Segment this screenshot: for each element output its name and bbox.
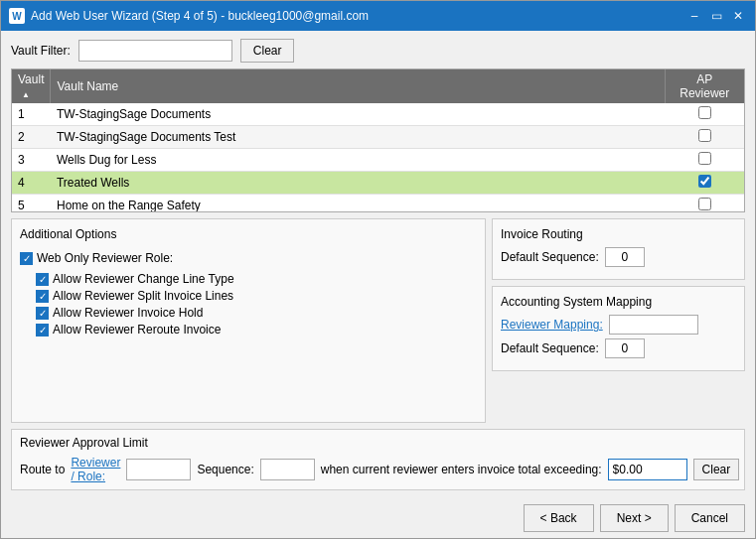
title-bar: W Add Web User Wizard (Step 4 of 5) - bu… [1, 1, 755, 31]
approval-row: Route to Reviewer / Role: Sequence: when… [20, 456, 736, 483]
next-button[interactable]: Next > [600, 504, 669, 532]
table-cell-num: 5 [12, 195, 51, 213]
bottom-area: Additional Options ✓ Web Only Reviewer R… [11, 218, 745, 423]
vault-filter-clear-button[interactable]: Clear [240, 39, 295, 63]
ap-reviewer-checkbox[interactable] [698, 106, 711, 119]
route-to-label: Route to [20, 463, 65, 476]
accounting-default-sequence-input[interactable] [605, 338, 645, 358]
sequence-input[interactable] [260, 459, 315, 480]
table-cell-ap [665, 195, 744, 213]
amount-input[interactable] [608, 459, 687, 480]
option-label: Allow Reviewer Split Invoice Lines [53, 289, 233, 303]
option-row: ✓Allow Reviewer Split Invoice Lines [20, 289, 477, 303]
web-only-reviewer-row: ✓ Web Only Reviewer Role: [20, 251, 477, 265]
ap-reviewer-checkbox[interactable] [698, 129, 711, 142]
maximize-button[interactable]: ▭ [707, 7, 725, 25]
vault-table-container: Vault ▲ Vault Name AP Reviewer 1TW-Stagi… [11, 68, 745, 212]
table-cell-num: 4 [12, 172, 51, 195]
table-cell-ap [665, 172, 744, 195]
option-label: Allow Reviewer Invoice Hold [53, 306, 203, 320]
table-row[interactable]: 3Wells Dug for Less [12, 149, 744, 172]
table-cell-ap [665, 103, 744, 126]
reviewer-approval-limit-panel: Reviewer Approval Limit Route to Reviewe… [11, 429, 745, 490]
table-cell-num: 1 [12, 103, 51, 126]
table-cell-name: TW-StagingSage Documents [51, 103, 665, 126]
web-only-reviewer-checkbox[interactable]: ✓ [20, 252, 33, 265]
option-checkbox[interactable]: ✓ [36, 273, 49, 286]
table-row[interactable]: 4Treated Wells [12, 172, 744, 195]
table-cell-num: 3 [12, 149, 51, 172]
footer: < Back Next > Cancel [1, 498, 755, 538]
right-panel: Invoice Routing Default Sequence: Accoun… [492, 218, 745, 423]
ap-reviewer-checkbox[interactable] [698, 152, 711, 165]
vault-table: Vault ▲ Vault Name AP Reviewer 1TW-Stagi… [12, 69, 744, 212]
web-only-reviewer-label: Web Only Reviewer Role: [37, 251, 173, 265]
approval-clear-button[interactable]: Clear [693, 459, 740, 480]
reviewer-mapping-input[interactable] [609, 315, 698, 335]
accounting-system-mapping-title: Accounting System Mapping [501, 295, 736, 309]
table-cell-ap [665, 126, 744, 149]
vault-filter-row: Vault Filter: Clear [11, 39, 745, 63]
when-text: when current reviewer enters invoice tot… [321, 463, 602, 476]
window-title: Add Web User Wizard (Step 4 of 5) - buck… [31, 9, 369, 23]
vault-filter-input[interactable] [78, 40, 232, 62]
app-icon: W [9, 8, 25, 24]
cancel-button[interactable]: Cancel [675, 504, 745, 532]
reviewer-role-input[interactable] [126, 459, 191, 480]
table-cell-name: TW-StagingSage Documents Test [51, 126, 665, 149]
additional-options-title: Additional Options [20, 227, 477, 241]
table-row[interactable]: 1TW-StagingSage Documents [12, 103, 744, 126]
table-cell-name: Treated Wells [51, 172, 665, 195]
option-row: ✓Allow Reviewer Invoice Hold [20, 306, 477, 320]
table-cell-name: Home on the Range Safety [51, 195, 665, 213]
options-list: ✓Allow Reviewer Change Line Type✓Allow R… [20, 272, 477, 339]
reviewer-role-link[interactable]: Reviewer / Role: [71, 456, 120, 483]
main-content: Vault Filter: Clear Vault ▲ Vault Name A… [1, 31, 755, 498]
invoice-routing-panel: Invoice Routing Default Sequence: [492, 218, 745, 280]
reviewer-approval-limit-title: Reviewer Approval Limit [20, 436, 736, 450]
col-header-ap-reviewer: AP Reviewer [665, 69, 744, 103]
main-window: W Add Web User Wizard (Step 4 of 5) - bu… [0, 0, 756, 539]
option-row: ✓Allow Reviewer Change Line Type [20, 272, 477, 286]
table-row[interactable]: 2TW-StagingSage Documents Test [12, 126, 744, 149]
default-sequence-input[interactable] [605, 247, 645, 267]
accounting-default-sequence-label: Default Sequence: [501, 341, 599, 355]
accounting-default-sequence-row: Default Sequence: [501, 338, 736, 358]
default-sequence-row: Default Sequence: [501, 247, 736, 267]
table-cell-name: Wells Dug for Less [51, 149, 665, 172]
option-checkbox[interactable]: ✓ [36, 290, 49, 303]
sort-icon: ▲ [22, 90, 30, 99]
minimize-button[interactable]: – [685, 7, 703, 25]
vault-filter-label: Vault Filter: [11, 44, 71, 58]
table-cell-ap [665, 149, 744, 172]
back-button[interactable]: < Back [524, 504, 594, 532]
sequence-label: Sequence: [197, 463, 253, 476]
accounting-system-mapping-panel: Accounting System Mapping Reviewer Mappi… [492, 286, 745, 371]
col-header-vault: Vault ▲ [12, 69, 51, 103]
option-label: Allow Reviewer Reroute Invoice [53, 323, 221, 337]
ap-reviewer-checkbox[interactable] [698, 175, 711, 188]
option-label: Allow Reviewer Change Line Type [53, 272, 234, 286]
close-button[interactable]: ✕ [729, 7, 747, 25]
option-row: ✓Allow Reviewer Reroute Invoice [20, 323, 477, 337]
option-checkbox[interactable]: ✓ [36, 324, 49, 337]
additional-options-panel: Additional Options ✓ Web Only Reviewer R… [11, 218, 486, 423]
reviewer-mapping-link[interactable]: Reviewer Mapping: [501, 318, 603, 332]
ap-reviewer-checkbox[interactable] [698, 198, 711, 210]
col-header-vault-name: Vault Name [51, 69, 665, 103]
invoice-routing-title: Invoice Routing [501, 227, 736, 241]
table-row[interactable]: 5Home on the Range Safety [12, 195, 744, 213]
option-checkbox[interactable]: ✓ [36, 307, 49, 320]
default-sequence-label: Default Sequence: [501, 250, 599, 264]
table-cell-num: 2 [12, 126, 51, 149]
reviewer-mapping-row: Reviewer Mapping: [501, 315, 736, 335]
